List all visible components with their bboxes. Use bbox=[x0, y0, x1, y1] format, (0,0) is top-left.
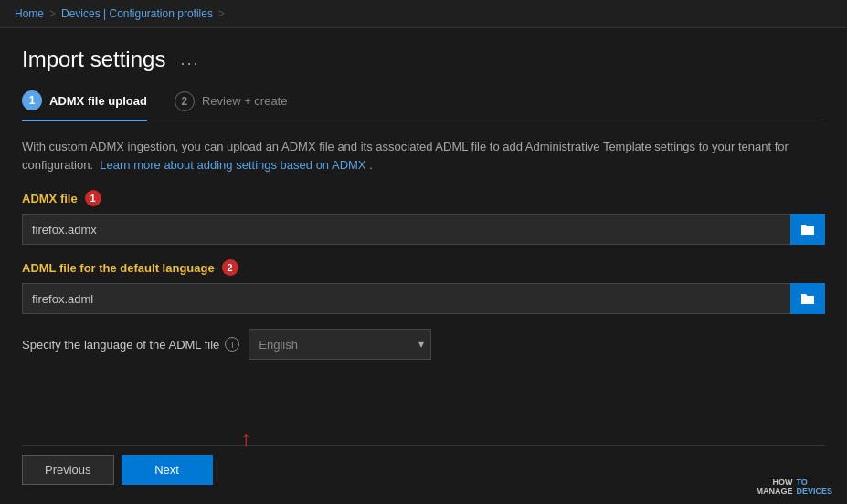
folder-icon bbox=[800, 223, 815, 236]
breadcrumb-bar: Home > Devices | Configuration profiles … bbox=[0, 0, 847, 28]
step-1-number: 1 bbox=[22, 90, 42, 110]
breadcrumb-sep2: > bbox=[218, 7, 225, 20]
adml-input-row bbox=[22, 283, 825, 314]
step-1-label: ADMX file upload bbox=[49, 94, 147, 108]
language-select[interactable]: English French German Spanish bbox=[249, 329, 431, 360]
breadcrumb-home[interactable]: Home bbox=[15, 7, 44, 20]
folder-icon-2 bbox=[800, 292, 815, 305]
adml-file-button[interactable] bbox=[790, 283, 825, 314]
admx-input-row bbox=[22, 214, 825, 245]
language-label: Specify the language of the ADML file i bbox=[22, 337, 239, 352]
description: With custom ADMX ingestion, you can uplo… bbox=[22, 138, 799, 173]
description-text2: . bbox=[369, 158, 373, 172]
bottom-nav: Previous ↓ Next bbox=[22, 445, 825, 485]
step-2-number: 2 bbox=[175, 91, 195, 111]
admx-label: ADMX file 1 bbox=[22, 190, 825, 206]
watermark-devices: DEVICES bbox=[796, 488, 832, 497]
adml-input[interactable] bbox=[22, 283, 790, 314]
step-2[interactable]: 2 Review + create bbox=[175, 91, 288, 121]
previous-button[interactable]: Previous bbox=[22, 455, 114, 485]
language-row: Specify the language of the ADML file i … bbox=[22, 329, 825, 360]
steps-row: 1 ADMX file upload 2 Review + create bbox=[22, 90, 825, 121]
step-1[interactable]: 1 ADMX file upload bbox=[22, 90, 147, 121]
ellipsis-button[interactable]: ... bbox=[175, 48, 205, 71]
next-button[interactable]: Next bbox=[122, 455, 213, 485]
page-title-row: Import settings ... bbox=[22, 47, 825, 72]
info-icon[interactable]: i bbox=[225, 337, 239, 352]
adml-label-text: ADML file for the default language bbox=[22, 261, 215, 275]
admx-file-button[interactable] bbox=[790, 214, 825, 245]
admx-label-text: ADMX file bbox=[22, 192, 78, 205]
watermark-manage: MANAGE bbox=[756, 488, 792, 497]
breadcrumb-sep1: > bbox=[49, 7, 56, 20]
main-content: Import settings ... 1 ADMX file upload 2… bbox=[0, 28, 847, 499]
language-select-wrapper: English French German Spanish ▾ bbox=[249, 329, 431, 360]
breadcrumb-devices[interactable]: Devices | Configuration profiles bbox=[61, 7, 213, 20]
page-title: Import settings bbox=[22, 47, 165, 72]
admx-input[interactable] bbox=[22, 214, 790, 245]
language-label-text: Specify the language of the ADML file bbox=[22, 338, 219, 352]
watermark: HOW MANAGE TO DEVICES bbox=[756, 478, 834, 497]
adml-label: ADML file for the default language 2 bbox=[22, 259, 825, 276]
arrow-indicator: ↓ bbox=[240, 429, 251, 455]
step-2-label: Review + create bbox=[202, 94, 288, 108]
learn-more-link[interactable]: Learn more about adding settings based o… bbox=[100, 158, 365, 172]
adml-badge: 2 bbox=[222, 259, 238, 276]
admx-badge: 1 bbox=[85, 190, 101, 206]
